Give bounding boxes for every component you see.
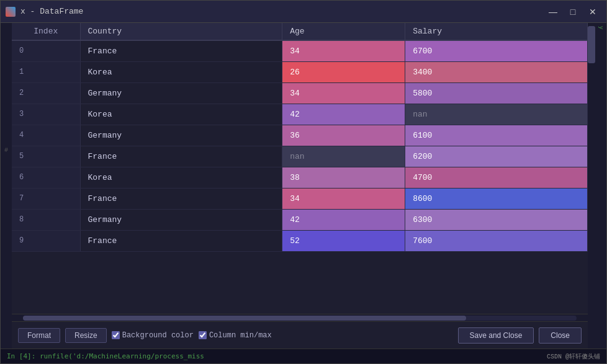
maximize-button[interactable]: □ (564, 5, 582, 19)
cell-age: 42 (282, 209, 405, 230)
cell-index: 5 (12, 146, 80, 167)
cell-country: France (80, 146, 282, 167)
cell-country: France (80, 40, 282, 61)
cell-age: nan (282, 146, 405, 167)
titlebar-controls: — □ ✕ (544, 5, 601, 19)
status-text: In [4]: runfile('d:/MachineLearning/proc… (7, 352, 204, 360)
table-scroll[interactable]: Index Country Age Salary 0France3467001K… (12, 23, 588, 314)
cell-salary: 6200 (405, 146, 588, 167)
right-strip-label: y (598, 26, 604, 30)
col-header-age: Age (282, 23, 405, 40)
cell-index: 2 (12, 82, 80, 104)
table-row: 7France348600 (12, 188, 588, 209)
table-row: 4Germany366100 (12, 125, 588, 146)
col-header-country: Country (80, 23, 282, 40)
cell-age: 34 (282, 82, 405, 104)
resize-button[interactable]: Resize (65, 328, 107, 343)
table-row: 9France527600 (12, 230, 588, 251)
table-row: 6Korea384700 (12, 167, 588, 188)
cell-salary: 7600 (405, 230, 588, 251)
col-minmax-checkbox[interactable] (199, 331, 207, 339)
cell-index: 6 (12, 167, 80, 188)
window-close-button[interactable]: ✕ (584, 5, 601, 19)
vertical-scrollbar[interactable] (588, 23, 595, 348)
right-strip: y (595, 23, 606, 348)
table-row: 5Francenan6200 (12, 146, 588, 167)
left-strip: # (1, 23, 12, 348)
cell-country: Korea (80, 104, 282, 125)
cell-index: 7 (12, 188, 80, 209)
cell-index: 3 (12, 104, 80, 125)
cell-country: Germany (80, 125, 282, 146)
cell-salary: 6100 (405, 125, 588, 146)
format-button[interactable]: Format (18, 328, 60, 343)
table-row: 8Germany426300 (12, 209, 588, 230)
col-minmax-label: Column min/max (209, 331, 272, 340)
cell-salary: 3400 (405, 61, 588, 82)
cell-country: Germany (80, 82, 282, 104)
status-bar: In [4]: runfile('d:/MachineLearning/proc… (1, 348, 606, 363)
horizontal-scrollbar[interactable] (12, 314, 588, 321)
table-row: 0France346700 (12, 40, 588, 61)
bottom-toolbar: Format Resize Background color Column mi… (12, 321, 588, 348)
cell-salary: 5800 (405, 82, 588, 104)
dataframe-table: Index Country Age Salary 0France3467001K… (12, 23, 588, 252)
cell-index: 8 (12, 209, 80, 230)
bg-color-checkbox-label[interactable]: Background color (112, 331, 194, 340)
v-scrollbar-thumb (588, 26, 595, 63)
cell-country: Germany (80, 209, 282, 230)
cell-index: 4 (12, 125, 80, 146)
cell-country: France (80, 230, 282, 251)
window-title: x - DataFrame (20, 7, 544, 16)
close-button[interactable]: Close (539, 327, 582, 344)
cell-age: 38 (282, 167, 405, 188)
table-area: Index Country Age Salary 0France3467001K… (12, 23, 588, 348)
titlebar: x - DataFrame — □ ✕ (1, 1, 606, 23)
titlebar-icon (6, 7, 16, 17)
left-strip-hash: # (4, 147, 8, 154)
col-header-salary: Salary (405, 23, 588, 40)
watermark: CSDN @轩轩傻头铺 (547, 352, 600, 361)
table-row: 1Korea263400 (12, 61, 588, 82)
cell-age: 34 (282, 188, 405, 209)
cell-salary: 6700 (405, 40, 588, 61)
table-row: 3Korea42nan (12, 104, 588, 125)
col-header-index: Index (12, 23, 80, 40)
bg-color-checkbox[interactable] (112, 331, 120, 339)
col-minmax-checkbox-label[interactable]: Column min/max (199, 331, 272, 340)
cell-age: 52 (282, 230, 405, 251)
table-row: 2Germany345800 (12, 82, 588, 104)
cell-country: France (80, 188, 282, 209)
cell-age: 26 (282, 61, 405, 82)
cell-salary: 8600 (405, 188, 588, 209)
minimize-button[interactable]: — (544, 5, 562, 19)
cell-index: 9 (12, 230, 80, 251)
bg-color-label: Background color (122, 331, 194, 340)
cell-age: 34 (282, 40, 405, 61)
cell-salary: 6300 (405, 209, 588, 230)
cell-country: Korea (80, 167, 282, 188)
cell-index: 1 (12, 61, 80, 82)
cell-age: 36 (282, 125, 405, 146)
h-scrollbar-track (23, 316, 577, 321)
cell-age: 42 (282, 104, 405, 125)
cell-country: Korea (80, 61, 282, 82)
cell-salary: nan (405, 104, 588, 125)
main-window: x - DataFrame — □ ✕ # Index Country Age (0, 0, 607, 364)
save-close-button[interactable]: Save and Close (458, 327, 534, 344)
main-content: # Index Country Age Salary 0France346700… (1, 23, 606, 348)
cell-salary: 4700 (405, 167, 588, 188)
cell-index: 0 (12, 40, 80, 61)
h-scrollbar-thumb (23, 316, 466, 321)
table-header-row: Index Country Age Salary (12, 23, 588, 40)
